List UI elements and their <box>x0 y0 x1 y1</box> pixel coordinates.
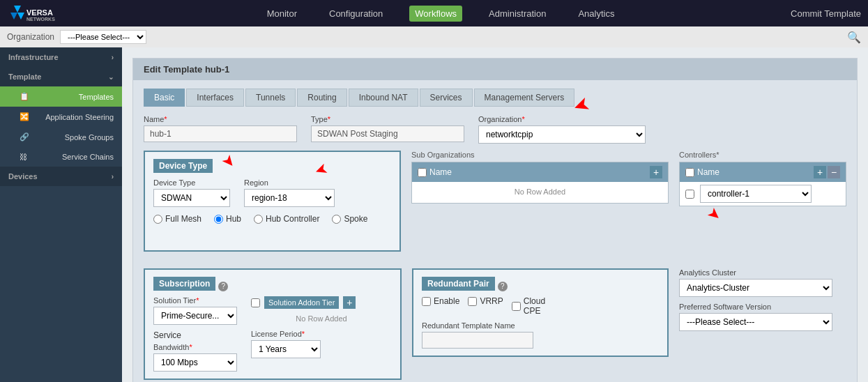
license-period-label: License Period* <box>251 330 392 338</box>
device-type-select[interactable]: SDWAN <box>153 189 230 207</box>
sub-org-label: Sub Organizations <box>411 151 669 159</box>
redundant-template-input[interactable] <box>422 332 533 349</box>
tab-basic[interactable]: Basic <box>144 89 185 107</box>
type-label: Type* <box>311 115 464 123</box>
sidebar-item-app-steering[interactable]: 🔀 Application Steering <box>0 107 122 127</box>
redundant-template-label: Redundant Template Name <box>422 321 659 330</box>
tab-services[interactable]: Services <box>420 89 473 107</box>
sidebar-devices-label: Devices <box>8 172 38 181</box>
tab-inbound-nat[interactable]: Inbound NAT <box>349 89 418 107</box>
subscription-title-row: Subscription ? <box>153 277 392 296</box>
controllers-btn-group: + − <box>814 166 840 178</box>
sub-org-section: Sub Organizations Name + No Row Added <box>411 151 669 204</box>
sidebar-devices[interactable]: Devices › <box>0 167 122 186</box>
devices-chevron-icon: › <box>112 173 114 181</box>
nav-monitor[interactable]: Monitor <box>261 6 303 22</box>
form-org-group: Organization* networktcpip ➤ <box>478 115 646 144</box>
subscription-title: Subscription <box>153 277 215 291</box>
sub-org-checkbox[interactable] <box>418 168 427 177</box>
solution-addon-checkbox[interactable] <box>251 298 260 307</box>
redundant-template-group: Redundant Template Name <box>422 321 659 349</box>
redundant-enable-checkbox[interactable] <box>422 297 431 306</box>
device-type-col: Device Type Device Type SDWAN <box>144 151 401 260</box>
controller-select[interactable]: controller-1 <box>700 185 812 203</box>
redundant-cloud-cpe-checkbox[interactable] <box>512 302 521 311</box>
radio-full-mesh-input[interactable] <box>153 215 162 224</box>
redundant-enable-check[interactable]: Enable <box>422 296 459 306</box>
type-input[interactable] <box>311 125 464 142</box>
analytics-cluster-group: Analytics Cluster Analytics-Cluster <box>679 268 846 297</box>
form-name-group: Name* <box>144 115 297 142</box>
org-field-select[interactable]: networktcpip <box>478 125 646 144</box>
radio-hub[interactable]: Hub <box>214 214 241 224</box>
svg-text:VERSA: VERSA <box>26 8 53 17</box>
controllers-check[interactable]: Name <box>685 167 719 177</box>
redundant-cloud-cpe-label: CloudCPE <box>524 296 545 316</box>
redundant-title-row: Redundant Pair ? <box>422 277 659 296</box>
redundant-vrrp-check[interactable]: VRRP <box>468 296 503 306</box>
radio-spoke-label: Spoke <box>344 214 367 224</box>
search-icon[interactable]: 🔍 <box>847 31 861 44</box>
bandwidth-select[interactable]: 100 Mbps <box>153 353 237 372</box>
controllers-section: Controllers* Name + − <box>679 151 846 260</box>
tab-routing[interactable]: Routing <box>297 89 347 107</box>
controller-row-checkbox[interactable] <box>685 190 694 199</box>
radio-hub-input[interactable] <box>214 215 223 224</box>
chevron-right-icon: › <box>112 54 114 61</box>
nav-administration[interactable]: Administration <box>483 6 551 22</box>
radio-spoke[interactable]: Spoke <box>332 214 367 224</box>
redundant-info-icon[interactable]: ? <box>498 282 508 291</box>
service-label: Service <box>153 330 181 340</box>
redundant-pair-section: Redundant Pair ? Enable VRRP <box>412 268 669 382</box>
org-label: Organization <box>7 32 54 42</box>
radio-hub-label: Hub <box>226 214 241 224</box>
controllers-add-button[interactable]: + <box>814 166 826 178</box>
radio-spoke-input[interactable] <box>332 215 341 224</box>
logo-text: VERSA NETWORKS <box>7 3 63 24</box>
nav-configuration[interactable]: Configuration <box>323 6 388 22</box>
form-row-top: Name* Type* Organization* <box>144 115 846 144</box>
sidebar-item-templates[interactable]: 📋 Templates <box>0 86 122 107</box>
panel-body: Basic Interfaces Tunnels Routing Inbound… <box>133 80 857 382</box>
radio-hub-controller-input[interactable] <box>254 215 263 224</box>
subscription-info-icon[interactable]: ? <box>218 282 228 291</box>
controllers-checkbox[interactable] <box>685 168 694 177</box>
sub-org-add-button[interactable]: + <box>650 166 662 178</box>
device-type-field: Device Type SDWAN <box>153 178 230 207</box>
spoke-groups-icon: 🔗 <box>20 132 29 142</box>
nav-workflows[interactable]: Workflows <box>409 6 462 22</box>
tab-management-servers[interactable]: Management Servers <box>474 89 575 107</box>
preferred-software-select[interactable]: ---Please Select--- <box>679 313 832 331</box>
tab-interfaces[interactable]: Interfaces <box>186 89 244 107</box>
subscription-right: Solution Addon Tier + No Row Added Licen… <box>251 296 392 372</box>
controllers-remove-button[interactable]: − <box>828 166 840 178</box>
solution-tier-select[interactable]: Prime-Secure... <box>153 307 237 325</box>
sidebar-infrastructure[interactable]: Infrastructure › <box>0 47 122 67</box>
license-period-select[interactable]: 1 Years <box>251 340 321 358</box>
main-layout: Infrastructure › Template ⌄ 📋 Templates … <box>0 47 868 382</box>
redundant-vrrp-checkbox[interactable] <box>468 297 477 306</box>
device-type-title-row: Device Type <box>153 159 391 178</box>
sidebar-item-service-chains[interactable]: ⛓ Service Chains <box>0 147 122 167</box>
device-type-row: Device Type Device Type SDWAN <box>144 151 846 260</box>
device-type-section: Device Type Device Type SDWAN <box>144 151 401 252</box>
sub-org-check[interactable]: Name <box>418 167 452 177</box>
analytics-cluster-select[interactable]: Analytics-Cluster <box>679 279 832 297</box>
commit-template-button[interactable]: Commit Template <box>791 8 861 19</box>
sidebar-template-header[interactable]: Template ⌄ <box>0 67 122 86</box>
sidebar-item-spoke-groups[interactable]: 🔗 Spoke Groups <box>0 127 122 147</box>
tab-tunnels[interactable]: Tunnels <box>245 89 296 107</box>
panel-title: Edit Template hub-1 <box>144 64 229 75</box>
license-period-group: License Period* 1 Years <box>251 330 392 358</box>
name-input[interactable] <box>144 125 297 142</box>
controllers-name-col: Name <box>697 167 719 177</box>
sub-org-table: Name + No Row Added <box>411 162 669 204</box>
redundant-cloud-cpe-check[interactable]: CloudCPE <box>512 296 545 316</box>
radio-full-mesh[interactable]: Full Mesh <box>153 214 201 224</box>
nav-analytics[interactable]: Analytics <box>572 6 620 22</box>
controllers-table: Name + − controller-1 <box>679 162 846 206</box>
org-select[interactable]: ---Please Select--- <box>60 30 146 44</box>
subscription-left: Solution Tier* Prime-Secure... Service <box>153 296 244 372</box>
controller-row: controller-1 ➤ <box>680 182 846 206</box>
sidebar: Infrastructure › Template ⌄ 📋 Templates … <box>0 47 122 382</box>
